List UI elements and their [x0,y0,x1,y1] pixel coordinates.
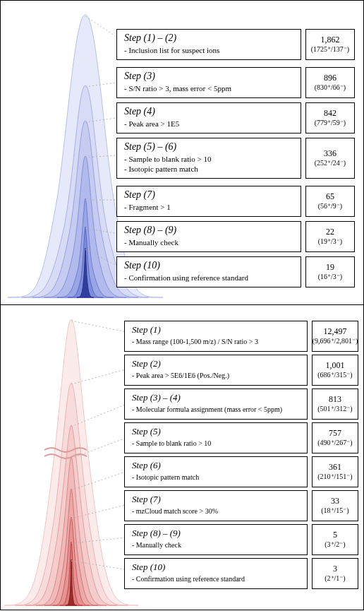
step-row-bot-5: Step (6) - Isotopic pattern match 361 (2… [124,456,358,487]
step-box: Step (8) – (9) - Manually check [124,524,308,555]
count-split: (779⁺/59⁻) [315,118,346,127]
count-split: (830⁺/66⁻) [315,83,346,92]
count-box: 19 (16⁺/3⁻) [305,256,355,287]
count-total: 19 [326,263,334,272]
count-box: 896 (830⁺/66⁻) [305,67,355,98]
step-row-top-3: Step (4) - Peak area > 1E5 842 (779⁺/59⁻… [116,102,355,134]
step-desc: - Manually check [124,237,293,247]
count-split: (210⁺/151⁻) [317,472,352,481]
count-split: (1725⁺/137⁻) [311,45,349,54]
count-total: 22 [326,227,334,237]
step-desc: - Fragment > 1 [124,202,293,212]
step-row-bot-6: Step (7) - mzCloud match score > 30% 33 … [124,490,358,521]
count-box: 5 (3⁺/2⁻) [312,524,358,555]
panel-top: Step (1) – (2) - Inclusion list for susp… [0,0,364,305]
count-box: 22 (19⁺/3⁻) [305,221,355,252]
step-desc: - Sample to blank ratio > 10 [132,439,300,449]
step-box: Step (4) - Peak area > 1E5 [116,102,301,134]
step-title: Step (3) [124,71,293,82]
count-box: 757 (490⁺/267⁻) [312,422,358,453]
step-desc: - Confirmation using reference standard [124,273,293,283]
count-box: 1,862 (1725⁺/137⁻) [305,29,355,60]
step-row-top-1: Step (1) – (2) - Inclusion list for susp… [116,29,355,60]
count-total: 896 [324,73,336,83]
count-box: 1,001 (686⁺/315⁻) [312,355,358,386]
count-split: (501⁺/312⁻) [317,404,352,413]
count-total: 65 [326,192,334,201]
count-split: (19⁺/3⁻) [318,237,342,246]
count-total: 361 [329,463,341,472]
step-box: Step (10) - Confirmation using reference… [124,558,308,589]
step-desc: - Peak area > 1E5 [124,119,293,129]
step-box: Step (7) - Fragment > 1 [116,186,301,217]
count-split: (3⁺/2⁻) [324,540,345,549]
step-title: Step (8) – (9) [132,528,300,539]
step-desc: - Confirmation using reference standard [132,574,300,584]
step-box: Step (1) - Mass range (100-1,500 m/z) / … [124,321,308,352]
count-box: 361 (210⁺/151⁻) [312,456,358,487]
step-desc: - Peak area > 5E6/1E6 (Pos./Neg.) [132,371,300,381]
step-box: Step (10) - Confirmation using reference… [116,256,301,287]
count-total: 12,497 [324,327,347,336]
step-row-top-5: Step (7) - Fragment > 1 65 (56⁺/9⁻) [116,186,355,217]
step-title: Step (10) [124,260,293,271]
count-box: 65 (56⁺/9⁻) [305,186,355,217]
count-total: 33 [331,497,339,506]
step-desc: - Isotopic pattern match [132,473,300,482]
step-title: Step (8) – (9) [124,225,293,236]
panel-bottom: Step (1) - Mass range (100-1,500 m/z) / … [0,304,364,610]
step-row-bot-1: Step (1) - Mass range (100-1,500 m/z) / … [124,321,358,352]
step-box: Step (6) - Isotopic pattern match [124,456,308,487]
count-split: (18⁺/15⁻) [321,506,348,515]
step-box: Step (8) – (9) - Manually check [116,221,301,252]
step-row-bot-7: Step (8) – (9) - Manually check 5 (3⁺/2⁻… [124,524,358,555]
step-row-top-6: Step (8) – (9) - Manually check 22 (19⁺/… [116,221,355,252]
count-split: (16⁺/3⁻) [318,272,342,281]
step-row-bot-8: Step (10) - Confirmation using reference… [124,558,358,589]
step-row-top-2: Step (3) - S/N ratio > 3, mass error < 5… [116,67,355,98]
count-total: 1,001 [326,361,345,370]
step-title: Step (7) [132,494,300,505]
step-row-top-4: Step (5) – (6) - Sample to blank ratio >… [116,138,355,179]
step-row-bot-4: Step (5) - Sample to blank ratio > 10 75… [124,422,358,453]
step-title: Step (7) [124,189,293,201]
count-total: 842 [324,109,336,118]
step-title: Step (5) [132,426,300,437]
count-total: 5 [333,530,337,540]
count-split: (252⁺/24⁻) [315,158,346,167]
count-total: 1,862 [321,35,340,45]
step-box: Step (3) – (4) - Molecular formula assig… [124,388,308,420]
step-desc: - Sample to blank ratio > 10- Isotopic p… [124,154,293,174]
count-split: (490⁺/267⁻) [317,438,352,447]
count-box: 33 (18⁺/15⁻) [312,490,358,521]
step-box: Step (3) - S/N ratio > 3, mass error < 5… [116,67,301,98]
count-total: 3 [333,564,337,574]
count-box: 336 (252⁺/24⁻) [305,138,355,179]
step-title: Step (4) [124,106,293,117]
step-box: Step (7) - mzCloud match score > 30% [124,490,308,521]
count-box: 813 (501⁺/312⁻) [312,388,358,420]
count-total: 336 [324,149,336,158]
step-title: Step (5) – (6) [124,141,293,153]
count-split: (686⁺/315⁻) [317,370,352,379]
count-split: (9,696⁺/2,801⁻) [313,336,358,345]
step-desc: - Mass range (100-1,500 m/z) / S/N ratio… [132,337,300,347]
step-box: Step (1) – (2) - Inclusion list for susp… [116,29,301,60]
step-desc: - Molecular formula assignment (mass err… [132,405,300,415]
step-title: Step (1) – (2) [124,32,293,44]
step-desc: - Inclusion list for suspect ions [124,45,293,55]
count-split: (56⁺/9⁻) [318,201,342,210]
step-desc: - mzCloud match score > 30% [132,506,300,516]
step-box: Step (5) – (6) - Sample to blank ratio >… [116,138,301,179]
count-total: 757 [329,429,341,438]
step-desc: - S/N ratio > 3, mass error < 5ppm [124,83,293,93]
step-row-top-7: Step (10) - Confirmation using reference… [116,256,355,287]
step-box: Step (5) - Sample to blank ratio > 10 [124,422,308,453]
count-split: (2⁺/1⁻) [324,574,345,583]
count-box: 12,497 (9,696⁺/2,801⁻) [312,321,358,352]
step-title: Step (6) [132,460,300,471]
step-desc: - Manually check [132,540,300,550]
step-title: Step (3) – (4) [132,392,300,403]
count-box: 3 (2⁺/1⁻) [312,558,358,589]
count-box: 842 (779⁺/59⁻) [305,102,355,134]
